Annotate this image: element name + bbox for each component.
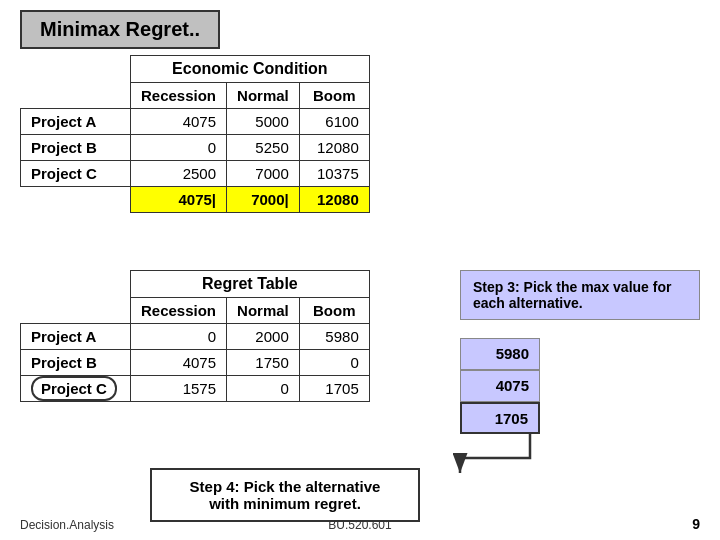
top-row-c-recession: 2500 xyxy=(131,161,227,187)
bot-col-recession: Recession xyxy=(131,298,227,324)
top-col-normal: Normal xyxy=(227,83,300,109)
table-row: Project C 2500 7000 10375 xyxy=(21,161,370,187)
table-row: Project A 0 2000 5980 xyxy=(21,324,370,350)
top-row-a-label: Project A xyxy=(21,109,131,135)
table-row: Project C 1575 0 1705 xyxy=(21,376,370,402)
bot-row-a-boom: 5980 xyxy=(299,324,369,350)
top-sub-empty xyxy=(21,83,131,109)
right-value-b: 4075 xyxy=(460,370,540,402)
bot-row-a-normal: 2000 xyxy=(227,324,300,350)
footer-right: 9 xyxy=(692,516,700,532)
top-row-c-normal: 7000 xyxy=(227,161,300,187)
bot-row-b-label: Project B xyxy=(21,350,131,376)
bot-row-b-normal: 1750 xyxy=(227,350,300,376)
bot-row-c-normal: 0 xyxy=(227,376,300,402)
max-row-boom: 12080 xyxy=(299,187,369,213)
bot-row-c-label: Project C xyxy=(21,376,131,402)
top-row-a-boom: 6100 xyxy=(299,109,369,135)
bot-sub-empty xyxy=(21,298,131,324)
step4-line1: Step 4: Pick the alternative xyxy=(190,478,381,495)
project-c-circled: Project C xyxy=(31,376,117,401)
footer-left: Decision.Analysis xyxy=(20,518,114,532)
top-row-b-normal: 5250 xyxy=(227,135,300,161)
max-row: 4075| 7000| 12080 xyxy=(21,187,370,213)
step4-line2: with minimum regret. xyxy=(209,495,361,512)
top-row-a-recession: 4075 xyxy=(131,109,227,135)
max-row-label xyxy=(21,187,131,213)
arrow-icon xyxy=(450,428,570,478)
top-empty-label xyxy=(21,56,131,83)
bot-row-b-boom: 0 xyxy=(299,350,369,376)
top-row-a-normal: 5000 xyxy=(227,109,300,135)
right-value-a: 5980 xyxy=(460,338,540,370)
max-row-recession: 4075| xyxy=(131,187,227,213)
top-row-b-label: Project B xyxy=(21,135,131,161)
regret-table-header: Regret Table xyxy=(131,271,370,298)
table-row: Project A 4075 5000 6100 xyxy=(21,109,370,135)
top-col-recession: Recession xyxy=(131,83,227,109)
top-row-c-label: Project C xyxy=(21,161,131,187)
top-col-boom: Boom xyxy=(299,83,369,109)
bot-row-c-recession: 1575 xyxy=(131,376,227,402)
top-row-b-boom: 12080 xyxy=(299,135,369,161)
bottom-table-wrap: Regret Table Recession Normal Boom Proje… xyxy=(20,270,370,402)
regret-table: Regret Table Recession Normal Boom Proje… xyxy=(20,270,370,402)
bot-col-boom: Boom xyxy=(299,298,369,324)
max-row-normal: 7000| xyxy=(227,187,300,213)
table-row: Project B 4075 1750 0 xyxy=(21,350,370,376)
step4-box: Step 4: Pick the alternative with minimu… xyxy=(150,468,420,522)
bot-row-a-label: Project A xyxy=(21,324,131,350)
top-table-wrap: Economic Condition Recession Normal Boom… xyxy=(20,55,370,213)
economic-condition-table: Economic Condition Recession Normal Boom… xyxy=(20,55,370,213)
table-row: Project B 0 5250 12080 xyxy=(21,135,370,161)
step3-box: Step 3: Pick the max value for each alte… xyxy=(460,270,700,320)
page-title: Minimax Regret.. xyxy=(20,10,220,49)
bot-empty-label xyxy=(21,271,131,298)
bot-col-normal: Normal xyxy=(227,298,300,324)
top-row-b-recession: 0 xyxy=(131,135,227,161)
bot-row-a-recession: 0 xyxy=(131,324,227,350)
top-row-c-boom: 10375 xyxy=(299,161,369,187)
economic-condition-header: Economic Condition xyxy=(131,56,370,83)
bot-row-c-boom: 1705 xyxy=(299,376,369,402)
bot-row-b-recession: 4075 xyxy=(131,350,227,376)
right-highlight-column: 5980 4075 1705 xyxy=(460,338,540,434)
footer-center: BU.520.601 xyxy=(328,518,391,532)
